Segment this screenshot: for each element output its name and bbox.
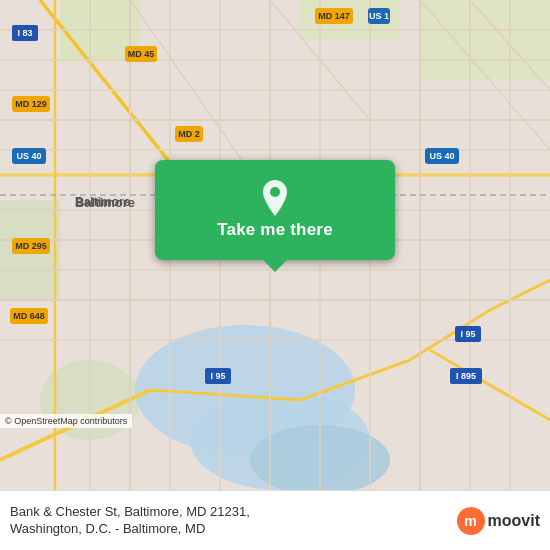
moovit-brand-text: moovit [488,512,540,530]
shield-md295: MD 295 [12,238,50,254]
shield-us40-left: US 40 [12,148,46,164]
shield-i83: I 83 [12,25,38,41]
shield-i95-right: I 95 [455,326,481,342]
shield-us40-right: US 40 [425,148,459,164]
bottom-bar: Bank & Chester St, Baltimore, MD 21231,W… [0,490,550,550]
moovit-logo: m moovit [457,507,540,535]
shield-md2: MD 2 [175,126,203,142]
osm-attribution: © OpenStreetMap contributors [0,414,132,428]
shield-i895: I 895 [450,368,482,384]
shield-us1: US 1 [368,8,390,24]
osm-text: © OpenStreetMap contributors [5,416,127,426]
location-pin-icon [261,180,289,216]
address-text: Bank & Chester St, Baltimore, MD 21231,W… [10,504,250,538]
take-me-there-button[interactable]: Take me there [217,220,333,240]
shield-md648: MD 648 [10,308,48,324]
shield-md45: MD 45 [125,46,157,62]
moovit-icon: m [457,507,485,535]
shield-md129: MD 129 [12,96,50,112]
map-container: US 1 MD 147 MD 45 MD 2 MD 129 US 40 US 4… [0,0,550,490]
moovit-letter: m [464,513,476,529]
address-line: Bank & Chester St, Baltimore, MD 21231,W… [10,504,250,536]
take-me-there-popup[interactable]: Take me there [155,160,395,260]
svg-point-44 [270,187,280,197]
shield-i95-bottom: I 95 [205,368,231,384]
shield-md147: MD 147 [315,8,353,24]
